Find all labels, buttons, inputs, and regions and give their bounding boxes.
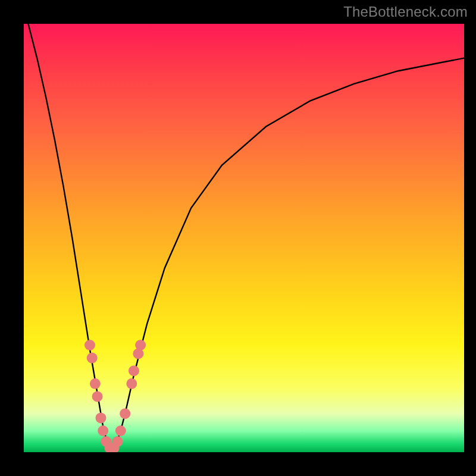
highlight-dot: [90, 378, 101, 389]
plot-area: [24, 24, 464, 452]
highlight-dot: [115, 425, 126, 436]
curve-svg: [24, 24, 464, 452]
highlight-dot: [87, 353, 98, 364]
highlight-dot: [126, 378, 137, 389]
chart-frame: TheBottleneck.com: [0, 0, 476, 476]
highlight-dots: [84, 340, 146, 452]
highlight-dot: [96, 412, 107, 423]
highlight-dot: [129, 365, 139, 376]
highlight-dot: [120, 408, 130, 419]
highlight-dot: [112, 436, 123, 447]
highlight-dot: [135, 340, 146, 350]
highlight-dot: [84, 340, 95, 350]
highlight-dot: [98, 425, 108, 436]
watermark-text: TheBottleneck.com: [343, 4, 468, 20]
highlight-dot: [92, 391, 103, 402]
